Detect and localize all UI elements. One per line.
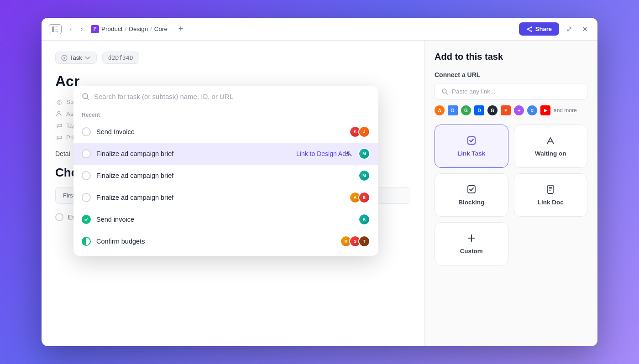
avatar-stack: M	[358, 170, 370, 182]
status-circle-normal	[82, 149, 91, 158]
item-name: Finalize ad campaign brief	[96, 172, 353, 179]
svg-point-10	[63, 57, 65, 59]
service-icon-dropbox[interactable]: D	[474, 105, 484, 115]
right-panel-title: Add to this task	[435, 52, 587, 62]
avatar: K	[358, 213, 370, 225]
url-input[interactable]	[452, 88, 581, 95]
task-type-icon	[61, 55, 68, 61]
blocking-label: Blocking	[458, 199, 484, 206]
service-icon-doc[interactable]: D	[448, 105, 458, 115]
svg-rect-3	[55, 31, 58, 32]
blocking-card[interactable]: Blocking	[435, 173, 508, 217]
titlebar-right: Share ⤢ ✕	[519, 22, 590, 36]
item-name: Finalize ad campaign brief	[96, 150, 291, 157]
breadcrumb: P Product / Design / Core	[91, 25, 168, 33]
custom-label: Custom	[460, 248, 483, 255]
task-type-badge[interactable]: Task	[55, 52, 97, 64]
task-type-label: Task	[70, 54, 82, 61]
avatar-stack: M	[358, 148, 370, 160]
list-item[interactable]: Send Invoice S J	[73, 121, 378, 143]
checklist-checkbox[interactable]	[55, 213, 63, 221]
link-task-card[interactable]: Link Task	[435, 125, 508, 168]
svg-line-7	[528, 27, 531, 29]
list-item[interactable]: Finalize ad campaign brief A B	[73, 187, 378, 208]
add-tab-button[interactable]: +	[175, 23, 187, 35]
action-grid: Link Task Waiting on	[435, 125, 587, 265]
service-icon-sparkle[interactable]: ✦	[514, 105, 524, 115]
svg-rect-18	[548, 185, 553, 193]
breadcrumb-sep-2: /	[150, 26, 152, 32]
dropdown-search-input[interactable]	[94, 93, 370, 100]
service-icon-figma[interactable]: F	[501, 105, 511, 115]
item-name: Send invoice	[96, 216, 353, 223]
service-icon-asana[interactable]: A	[435, 105, 445, 115]
link-task-icon	[466, 135, 477, 146]
tags-field-icon: 🏷	[55, 122, 63, 129]
right-panel: Add to this task Connect a URL A D G	[424, 41, 597, 346]
svg-line-15	[446, 93, 448, 94]
link-doc-card[interactable]: Link Doc	[514, 173, 588, 217]
main-window: ‹ › P Product / Design / Core + Share	[42, 18, 597, 346]
share-button[interactable]: Share	[519, 22, 559, 36]
avatar: M	[358, 148, 370, 160]
sidebar-toggle[interactable]	[49, 24, 62, 34]
list-item[interactable]: Send invoice K	[73, 208, 378, 230]
task-search-dropdown: Recent Send Invoice S J	[73, 86, 378, 256]
svg-rect-17	[468, 186, 475, 193]
waiting-on-icon	[545, 135, 555, 146]
task-panel: Task d2Df34D Acr ◎ Sta	[42, 41, 424, 346]
task-id-badge: d2Df34D	[102, 52, 139, 64]
close-button[interactable]: ✕	[579, 24, 590, 35]
custom-card[interactable]: Custom	[435, 222, 508, 265]
list-item[interactable]: Finalize ad campaign brief Link to Desig…	[73, 143, 378, 165]
search-icon	[82, 93, 89, 100]
svg-line-13	[87, 98, 89, 100]
svg-line-8	[528, 29, 531, 31]
status-circle-complete	[82, 215, 91, 224]
avatar-stack: S J	[349, 126, 370, 138]
breadcrumb-icon: P	[91, 25, 99, 33]
item-link[interactable]: Link to Design Ads	[296, 150, 349, 157]
avatar: B	[358, 192, 370, 203]
link-doc-icon	[545, 184, 555, 194]
expand-button[interactable]: ⤢	[564, 24, 575, 35]
svg-rect-1	[55, 26, 58, 27]
nav-forward[interactable]: ›	[77, 25, 86, 34]
and-more-label: and more	[554, 107, 577, 114]
chevron-down-icon	[84, 55, 91, 61]
breadcrumb-product[interactable]: Product	[101, 26, 123, 32]
svg-rect-16	[468, 137, 475, 144]
search-icon	[441, 88, 448, 95]
status-field-icon: ◎	[55, 98, 63, 105]
item-name: Finalize ad campaign brief	[96, 194, 344, 201]
dropdown-section-label: Recent	[73, 107, 378, 121]
item-name: Send Invoice	[96, 128, 344, 135]
breadcrumb-design[interactable]: Design	[129, 26, 148, 32]
service-icon-chrome[interactable]: C	[527, 105, 537, 115]
status-circle-half	[82, 237, 91, 246]
main-content: Task d2Df34D Acr ◎ Sta	[42, 41, 597, 346]
avatar: J	[358, 126, 370, 138]
svg-rect-0	[52, 26, 54, 32]
list-item[interactable]: Confirm budgets R S T	[73, 230, 378, 252]
breadcrumb-core[interactable]: Core	[154, 26, 168, 32]
service-icon-github[interactable]: G	[487, 105, 498, 115]
breadcrumb-sep-1: /	[125, 26, 127, 32]
titlebar: ‹ › P Product / Design / Core + Share	[42, 18, 597, 41]
avatar: M	[358, 170, 370, 182]
svg-rect-2	[55, 29, 58, 30]
list-item[interactable]: Finalize ad campaign brief M	[73, 165, 378, 187]
avatar-stack: A B	[349, 192, 370, 203]
nav-back[interactable]: ‹	[66, 25, 75, 34]
link-task-label: Link Task	[457, 150, 485, 157]
share-label: Share	[535, 26, 552, 32]
task-meta-row: Task d2Df34D	[55, 52, 410, 64]
service-icon-youtube[interactable]: ▶	[540, 105, 550, 115]
service-icon-gdrive[interactable]: G	[461, 105, 471, 115]
status-circle-normal	[82, 171, 91, 180]
status-circle-normal	[82, 127, 91, 136]
waiting-on-card[interactable]: Waiting on	[514, 125, 588, 168]
item-name: Confirm budgets	[96, 238, 335, 245]
url-input-box	[435, 83, 587, 100]
priority-field-icon: 🏷	[55, 134, 63, 141]
